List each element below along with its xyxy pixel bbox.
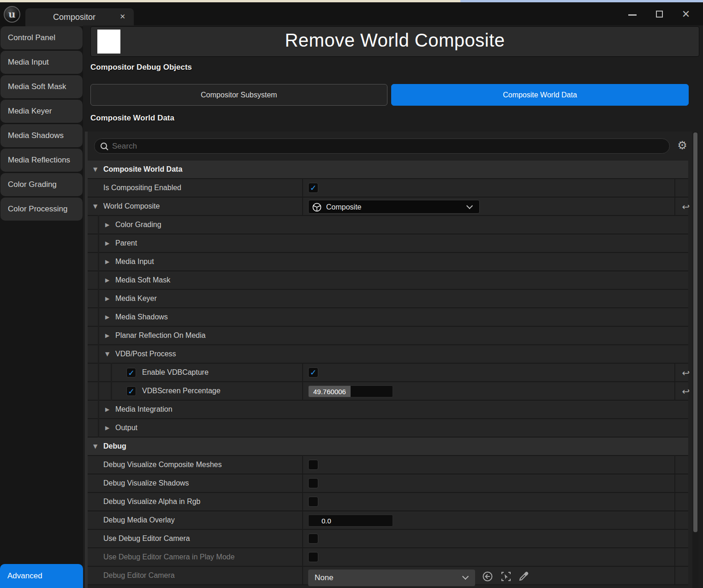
sidebar-item-media-keyer[interactable]: Media Keyer bbox=[0, 100, 83, 123]
expand-arrow-icon[interactable]: ▶ bbox=[105, 332, 112, 339]
vertical-scrollbar[interactable] bbox=[692, 132, 698, 588]
search-bar[interactable] bbox=[94, 138, 670, 154]
sidebar-item-media-shadows[interactable]: Media Shadows bbox=[0, 124, 83, 147]
scrollbar-thumb[interactable] bbox=[693, 132, 697, 532]
collapse-arrow-icon[interactable]: ▼ bbox=[93, 443, 100, 450]
expand-arrow-icon[interactable]: ▶ bbox=[105, 277, 112, 283]
minimize-button[interactable] bbox=[622, 2, 643, 26]
category-label: Debug bbox=[103, 442, 126, 450]
expand-arrow-icon[interactable]: ▶ bbox=[105, 406, 112, 413]
property-row-world-composite: ▼ World Composite Composite ↩ bbox=[88, 198, 688, 216]
indent-guide bbox=[98, 344, 99, 364]
subcategory-row-media-shadows[interactable]: ▶ Media Shadows bbox=[88, 308, 688, 327]
gear-icon[interactable]: ⚙ bbox=[676, 139, 688, 151]
subcategory-label: Media Input bbox=[115, 258, 154, 266]
sidebar-item-control-panel[interactable]: Control Panel bbox=[0, 26, 83, 49]
subcategory-row-color-grading[interactable]: ▶ Color Grading bbox=[88, 216, 688, 234]
expand-arrow-icon[interactable]: ▶ bbox=[105, 222, 112, 228]
subcategory-row-media-input[interactable]: ▶ Media Input bbox=[88, 253, 688, 271]
maximize-icon bbox=[656, 11, 663, 18]
enable-vdbcapture-checkbox[interactable] bbox=[308, 367, 318, 378]
indent-guide bbox=[98, 270, 99, 290]
chevron-down-icon bbox=[466, 203, 473, 209]
subcategory-row-media-keyer[interactable]: ▶ Media Keyer bbox=[88, 290, 688, 308]
indent-guide bbox=[98, 418, 99, 438]
title-bar: u Compositor ✕ ✕ bbox=[0, 2, 703, 26]
sidebar-item-color-grading[interactable]: Color Grading bbox=[0, 173, 83, 196]
compositor-subsystem-button[interactable]: Compositor Subsystem bbox=[90, 84, 387, 106]
is-compositing-enabled-checkbox[interactable] bbox=[308, 183, 318, 193]
expand-arrow-icon[interactable]: ▶ bbox=[105, 258, 112, 265]
subcategory-row-media-soft-mask[interactable]: ▶ Media Soft Mask bbox=[88, 271, 688, 290]
subcategory-label: Output bbox=[115, 424, 137, 432]
subcategory-label: Media Shadows bbox=[115, 313, 168, 321]
world-composite-dropdown[interactable]: Composite bbox=[308, 200, 480, 214]
sidebar-item-media-input[interactable]: Media Input bbox=[0, 51, 83, 74]
debug-media-overlay-input[interactable]: 0.0 bbox=[308, 515, 393, 527]
indent-guide bbox=[98, 234, 99, 253]
reset-to-default-icon[interactable]: ↩ bbox=[679, 200, 692, 213]
subcategory-row-parent[interactable]: ▶ Parent bbox=[88, 234, 688, 253]
search-icon bbox=[100, 142, 109, 151]
use-selected-asset-icon[interactable] bbox=[482, 571, 493, 582]
composite-world-data-button[interactable]: Composite World Data bbox=[391, 84, 689, 106]
category-label: Composite World Data bbox=[103, 165, 182, 174]
sidebar: Control Panel Media Input Media Soft Mas… bbox=[0, 26, 83, 588]
dropdown-value: None bbox=[315, 573, 334, 582]
expand-arrow-icon[interactable]: ▶ bbox=[105, 295, 112, 302]
pick-actor-icon[interactable] bbox=[500, 571, 512, 582]
search-input[interactable] bbox=[112, 139, 656, 153]
debug-visualize-alpha-in-rgb-checkbox[interactable] bbox=[308, 497, 318, 507]
subcategory-row-vdb-post-process[interactable]: ▼ VDB/Post Process bbox=[88, 345, 688, 364]
expand-arrow-icon[interactable]: ▶ bbox=[105, 314, 112, 320]
reset-to-default-icon[interactable]: ↩ bbox=[679, 385, 692, 398]
compositor-window: u Compositor ✕ ✕ Control Panel Media Inp… bbox=[0, 0, 703, 588]
expand-arrow-icon[interactable]: ▶ bbox=[105, 425, 112, 431]
use-debug-editor-camera-in-play-mode-checkbox[interactable] bbox=[308, 552, 318, 562]
sidebar-item-media-reflections[interactable]: Media Reflections bbox=[0, 149, 83, 172]
reset-to-default-icon[interactable]: ↩ bbox=[679, 366, 692, 379]
edit-condition-checkbox[interactable] bbox=[126, 368, 136, 378]
collapse-arrow-icon[interactable]: ▼ bbox=[93, 166, 100, 173]
indent-guide bbox=[98, 215, 99, 234]
category-row-composite-world-data[interactable]: ▼ Composite World Data bbox=[88, 161, 688, 179]
section-label-debug-objects: Compositor Debug Objects bbox=[90, 63, 192, 72]
main-panel: Remove World Composite Compositor Debug … bbox=[83, 25, 703, 588]
property-label: Enable VDBCapture bbox=[142, 368, 209, 377]
category-row-debug[interactable]: ▼ Debug bbox=[88, 438, 688, 456]
collapse-arrow-icon[interactable]: ▼ bbox=[93, 203, 100, 210]
property-label: Debug Media Overlay bbox=[103, 516, 175, 524]
subcategory-label: Color Grading bbox=[115, 221, 161, 229]
expand-arrow-icon[interactable]: ▶ bbox=[105, 240, 112, 246]
vdbscreen-percentage-input[interactable]: 49.760006 bbox=[308, 385, 393, 397]
subcategory-row-media-integration[interactable]: ▶ Media Integration bbox=[88, 401, 688, 419]
subcategory-row-planar-reflection[interactable]: ▶ Planar Reflection On Media bbox=[88, 327, 688, 345]
property-row-is-compositing-enabled: Is Compositing Enabled bbox=[88, 179, 688, 198]
subcategory-label: Planar Reflection On Media bbox=[115, 331, 206, 340]
tab-close-icon[interactable]: ✕ bbox=[119, 12, 125, 21]
maximize-button[interactable] bbox=[649, 2, 670, 26]
chevron-down-icon bbox=[462, 573, 469, 580]
unreal-logo-icon: u bbox=[4, 6, 20, 23]
sidebar-item-color-processing[interactable]: Color Processing bbox=[0, 198, 83, 221]
debug-visualize-composite-meshes-checkbox[interactable] bbox=[308, 460, 318, 470]
eyedropper-icon[interactable] bbox=[518, 571, 529, 582]
subcategory-row-output[interactable]: ▶ Output bbox=[88, 419, 688, 438]
page-header: Remove World Composite bbox=[90, 26, 699, 57]
close-button[interactable]: ✕ bbox=[675, 2, 697, 26]
collapse-arrow-icon[interactable]: ▼ bbox=[105, 351, 112, 357]
tab-compositor[interactable]: Compositor ✕ bbox=[25, 8, 134, 26]
property-row-debug-visualize-shadows: Debug Visualize Shadows bbox=[88, 474, 688, 493]
sidebar-item-advanced[interactable]: Advanced bbox=[0, 564, 83, 588]
edit-condition-checkbox[interactable] bbox=[126, 386, 136, 396]
debug-editor-camera-dropdown[interactable]: None bbox=[308, 570, 475, 586]
subcategory-label: Media Keyer bbox=[115, 294, 157, 303]
minimize-icon bbox=[628, 14, 637, 16]
property-label: Debug Visualize Shadows bbox=[103, 479, 189, 487]
tab-label: Compositor bbox=[42, 12, 107, 22]
debug-visualize-shadows-checkbox[interactable] bbox=[308, 478, 318, 488]
sidebar-item-media-soft-mask[interactable]: Media Soft Mask bbox=[0, 75, 83, 98]
property-label: Is Compositing Enabled bbox=[103, 184, 181, 192]
indent-guide bbox=[98, 289, 99, 308]
use-debug-editor-camera-checkbox[interactable] bbox=[308, 534, 318, 544]
